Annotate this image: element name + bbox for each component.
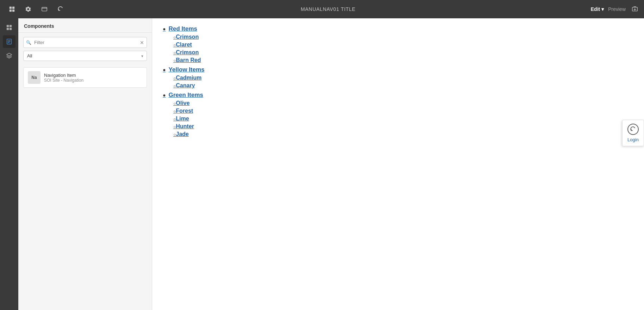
layout-icon[interactable]	[7, 4, 17, 14]
toolbar-left-icons	[4, 4, 66, 14]
sub-link[interactable]: ○Claret	[173, 42, 192, 48]
widget-refresh-icon[interactable]	[627, 124, 639, 135]
sub-item: ○Lime	[173, 116, 633, 122]
refresh-icon[interactable]	[56, 4, 66, 14]
grid-sidebar-icon[interactable]	[3, 21, 16, 34]
empty-bullet-icon: ○	[173, 117, 176, 122]
bullet-icon: ●	[163, 26, 166, 32]
search-input[interactable]	[23, 37, 147, 48]
preview-mode-icon[interactable]	[39, 4, 49, 14]
content-area: ●Red Items○Crimson○Claret○Crimson○Barn R…	[152, 18, 644, 310]
component-subtitle: SOI Site - Navigation	[44, 78, 83, 83]
share-icon[interactable]	[630, 4, 640, 14]
bullet-icon: ●	[163, 92, 166, 98]
top-level-link[interactable]: ●Green Items	[163, 92, 633, 99]
empty-bullet-icon: ○	[173, 58, 176, 63]
sub-item: ○Canary	[173, 82, 633, 89]
empty-bullet-icon: ○	[173, 132, 176, 137]
clear-search-icon[interactable]: ✕	[140, 40, 144, 45]
component-avatar: Na	[28, 71, 41, 84]
components-panel: Components 🔍 ✕ All ▾ Na Navigation Item …	[18, 18, 152, 310]
sub-item: ○Crimson	[173, 49, 633, 56]
bullet-icon: ●	[163, 67, 166, 73]
sub-link[interactable]: ○Lime	[173, 116, 189, 122]
sub-link[interactable]: ○Canary	[173, 82, 195, 89]
sub-item: ○Olive	[173, 100, 633, 106]
empty-bullet-icon: ○	[173, 76, 176, 81]
svg-rect-1	[12, 7, 14, 9]
empty-bullet-icon: ○	[173, 101, 176, 106]
component-card-navigation[interactable]: Na Navigation Item SOI Site - Navigation	[23, 67, 147, 88]
toolbar-right: Edit ▾ Preview	[591, 4, 640, 14]
sub-item: ○Forest	[173, 108, 633, 114]
sub-link[interactable]: ○Crimson	[173, 34, 199, 40]
floating-widget: Login	[622, 120, 644, 146]
search-container: 🔍 ✕	[23, 37, 147, 48]
top-level-item: ●Yellow Items○Cadmium○Canary	[163, 66, 633, 89]
sub-link[interactable]: ○Forest	[173, 108, 193, 114]
layers-sidebar-icon[interactable]	[3, 49, 16, 62]
edit-button[interactable]: Edit ▾	[591, 6, 604, 12]
toolbar-title: MANUALNAV01 TITLE	[66, 6, 591, 12]
sub-link[interactable]: ○Hunter	[173, 123, 194, 130]
filter-container: All ▾	[23, 51, 147, 61]
top-level-link[interactable]: ●Red Items	[163, 25, 633, 32]
nav-list: ●Red Items○Crimson○Claret○Crimson○Barn R…	[163, 25, 633, 137]
svg-rect-3	[12, 10, 14, 12]
sub-link[interactable]: ○Crimson	[173, 49, 199, 56]
search-icon: 🔍	[26, 40, 31, 45]
sub-list: ○Cadmium○Canary	[173, 75, 633, 89]
svg-rect-6	[7, 25, 9, 27]
sub-item: ○Cadmium	[173, 75, 633, 81]
svg-rect-4	[42, 7, 47, 11]
empty-bullet-icon: ○	[173, 50, 176, 55]
component-name: Navigation Item	[44, 73, 83, 78]
svg-rect-9	[10, 28, 12, 30]
sidebar-icons	[0, 18, 18, 310]
sub-item: ○Barn Red	[173, 57, 633, 63]
sub-item: ○Jade	[173, 131, 633, 137]
sub-link[interactable]: ○Barn Red	[173, 57, 201, 63]
empty-bullet-icon: ○	[173, 124, 176, 129]
svg-rect-7	[10, 25, 12, 27]
svg-rect-0	[10, 7, 12, 9]
settings-icon[interactable]	[23, 4, 33, 14]
empty-bullet-icon: ○	[173, 83, 176, 88]
preview-button[interactable]: Preview	[608, 6, 626, 12]
sub-item: ○Claret	[173, 42, 633, 48]
sub-list: ○Crimson○Claret○Crimson○Barn Red	[173, 34, 633, 63]
top-level-item: ●Green Items○Olive○Forest○Lime○Hunter○Ja…	[163, 92, 633, 137]
empty-bullet-icon: ○	[173, 35, 176, 40]
svg-rect-8	[7, 28, 9, 30]
main-area: Components 🔍 ✕ All ▾ Na Navigation Item …	[0, 18, 644, 310]
top-toolbar: MANUALNAV01 TITLE Edit ▾ Preview	[0, 0, 644, 18]
empty-bullet-icon: ○	[173, 109, 176, 114]
top-level-link[interactable]: ●Yellow Items	[163, 66, 633, 73]
sub-link[interactable]: ○Cadmium	[173, 75, 202, 81]
components-header: Components	[18, 18, 152, 33]
top-level-item: ●Red Items○Crimson○Claret○Crimson○Barn R…	[163, 25, 633, 63]
sub-link[interactable]: ○Olive	[173, 100, 190, 106]
svg-rect-2	[10, 10, 12, 12]
component-info: Navigation Item SOI Site - Navigation	[44, 73, 83, 83]
sub-list: ○Olive○Forest○Lime○Hunter○Jade	[173, 100, 633, 137]
sub-item: ○Crimson	[173, 34, 633, 40]
login-link[interactable]: Login	[627, 137, 639, 142]
sub-link[interactable]: ○Jade	[173, 131, 189, 137]
filter-select[interactable]: All	[23, 51, 147, 61]
sub-item: ○Hunter	[173, 123, 633, 130]
page-sidebar-icon[interactable]	[3, 35, 16, 48]
empty-bullet-icon: ○	[173, 43, 176, 48]
